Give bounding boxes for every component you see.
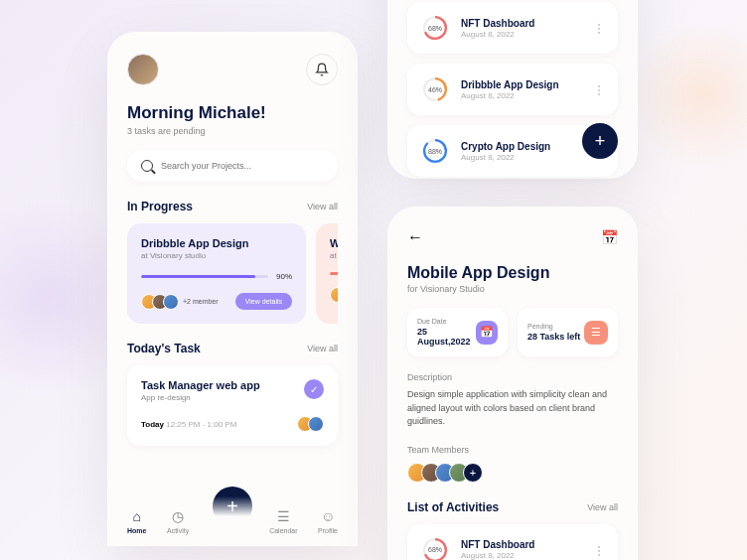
task-time: Today 12:25 PM - 1:00 PM	[141, 420, 236, 429]
card-title: Web A	[330, 237, 338, 249]
progress-ring: 68%	[421, 536, 449, 561]
avatar[interactable]	[127, 54, 159, 85]
task-card[interactable]: Task Manager web app App re-design ✓ Tod…	[127, 365, 338, 446]
task-subtitle: App re-design	[141, 393, 260, 402]
section-title: Today's Task	[127, 342, 201, 355]
view-all-link[interactable]: View all	[307, 202, 338, 211]
activity-row[interactable]: 68% NFT DashboardAugust 8, 2022 ⋯	[407, 2, 618, 54]
card-subtitle: at Visionary studio	[141, 251, 292, 260]
activity-title: NFT Dashboard	[461, 539, 581, 550]
greeting: Morning Michale!	[127, 103, 338, 123]
view-details-button[interactable]: View details	[235, 293, 292, 310]
nav-activity[interactable]: ◷Activity	[167, 508, 189, 534]
activity-date: August 8, 2022	[461, 153, 581, 162]
section-title: List of Activities	[407, 500, 499, 514]
screen-home: Morning Michale! 3 tasks are pending In …	[107, 32, 358, 546]
pending-subtitle: 3 tasks are pending	[127, 126, 338, 136]
more-icon[interactable]: ⋯	[592, 84, 606, 95]
notification-button[interactable]	[306, 54, 338, 85]
progress-pct: 90%	[276, 272, 292, 281]
pending-card: Pending28 Tasks left ☰	[518, 308, 618, 356]
view-all-link[interactable]: View all	[587, 502, 618, 512]
member-count: +2 member	[183, 298, 219, 305]
activity-row[interactable]: 68% NFT DashboardAugust 8, 2022 ⋯	[407, 524, 618, 561]
activity-title: Crypto App Design	[461, 141, 581, 152]
more-icon[interactable]: ⋯	[592, 544, 606, 555]
search-icon	[141, 160, 153, 172]
progress-cards: Dribbble App Design at Visionary studio …	[127, 223, 338, 324]
task-checkbox[interactable]: ✓	[304, 379, 324, 399]
page-title: Mobile App Design	[407, 264, 618, 282]
screen-activities-list: 68% NFT DashboardAugust 8, 2022 ⋯ 46% Dr…	[387, 0, 638, 179]
nav-home[interactable]: ⌂Home	[127, 508, 146, 534]
due-date-card: Due Date25 August,2022 📅	[407, 308, 508, 356]
topbar	[127, 54, 338, 85]
info-value: 25 August,2022	[417, 327, 476, 347]
in-progress-header: In Progress View all	[127, 200, 338, 213]
description-label: Description	[407, 372, 618, 382]
progress-card[interactable]: Web A at RonD	[316, 223, 338, 324]
activity-date: August 8, 2022	[461, 30, 581, 39]
info-label: Pending	[527, 323, 580, 330]
detail-topbar: ← 📅	[407, 228, 618, 246]
more-icon[interactable]: ⋯	[592, 23, 606, 34]
member-avatar	[163, 294, 179, 310]
tasks-icon: ☰	[584, 321, 608, 345]
profile-icon: ☺	[321, 508, 335, 524]
home-icon: ⌂	[132, 508, 140, 524]
page-subtitle: for Visionary Studio	[407, 284, 618, 294]
team-members: +	[407, 463, 618, 483]
info-label: Due Date	[417, 318, 476, 325]
card-title: Dribbble App Design	[141, 237, 292, 249]
activity-icon: ◷	[172, 508, 184, 524]
fab-add-button[interactable]: +	[582, 123, 618, 159]
screen-project-detail: ← 📅 Mobile App Design for Visionary Stud…	[387, 207, 638, 560]
progress-ring: 88%	[421, 137, 449, 165]
description-text: Design simple application with simplicit…	[407, 388, 618, 429]
section-title: In Progress	[127, 200, 193, 213]
info-cards: Due Date25 August,2022 📅 Pending28 Tasks…	[407, 308, 618, 356]
calendar-icon: 📅	[476, 321, 498, 345]
bottom-nav: ⌂Home ◷Activity ☰Calendar ☺Profile	[107, 496, 358, 546]
nav-calendar[interactable]: ☰Calendar	[269, 508, 297, 534]
progress-card[interactable]: Dribbble App Design at Visionary studio …	[127, 223, 306, 324]
bell-icon	[315, 63, 329, 76]
activity-row[interactable]: 46% Dribbble App DesignAugust 8, 2022 ⋯	[407, 64, 618, 115]
progress-ring: 68%	[421, 14, 449, 42]
activity-date: August 8, 2022	[461, 91, 581, 100]
members: +2 member	[141, 294, 219, 310]
activity-title: NFT Dashboard	[461, 18, 581, 29]
info-value: 28 Tasks left	[527, 332, 580, 342]
calendar-icon: ☰	[277, 508, 290, 524]
nav-profile[interactable]: ☺Profile	[318, 508, 338, 534]
svg-point-5	[424, 140, 446, 162]
search-input-wrap[interactable]	[127, 150, 338, 182]
search-input[interactable]	[161, 161, 324, 171]
todays-task-header: Today's Task View all	[127, 342, 338, 355]
view-all-link[interactable]: View all	[307, 344, 338, 353]
add-member-button[interactable]: +	[463, 463, 483, 483]
calendar-icon[interactable]: 📅	[601, 229, 618, 245]
activities-header: List of Activities View all	[407, 500, 618, 514]
activity-date: August 8, 2022	[461, 551, 581, 560]
progress-bar: 90%	[141, 272, 292, 281]
back-button[interactable]: ←	[407, 228, 423, 246]
team-label: Team Members	[407, 445, 618, 455]
progress-ring: 46%	[421, 75, 449, 103]
activity-title: Dribbble App Design	[461, 79, 581, 90]
task-title: Task Manager web app	[141, 379, 260, 391]
card-subtitle: at RonD	[330, 251, 338, 260]
